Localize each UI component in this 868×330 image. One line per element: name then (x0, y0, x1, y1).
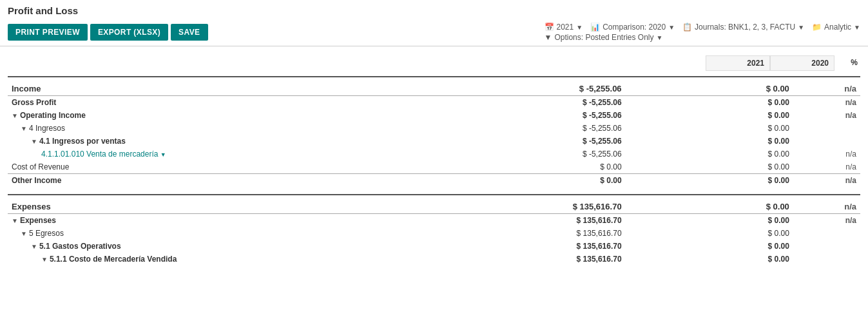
4-1-1-01-010-2021: $ -5,255.06 (458, 148, 625, 160)
save-button[interactable]: SAVE (171, 24, 207, 41)
gross-profit-pct: n/a (793, 96, 860, 110)
5-1-1-costo-row: ▼5.1.1 Costo de Mercadería Vendida $ 135… (8, 253, 860, 266)
options-filter-arrow: ▼ (656, 34, 662, 41)
col-header-pct: % (834, 55, 860, 71)
journals-filter-label: Journals: BNK1, 2, 3, FACTU (695, 23, 795, 32)
operating-income-2021: $ -5,255.06 (458, 109, 625, 122)
filter-bar: 📅 2021 ▼ 📊 Comparison: 2020 ▼ 📋 Journals… (545, 23, 860, 42)
operating-income-chevron[interactable]: ▼ (12, 112, 18, 119)
4-1-2021: $ -5,255.06 (458, 135, 625, 148)
income-label: Income (8, 77, 458, 96)
5-1-gastos-chevron[interactable]: ▼ (31, 243, 37, 250)
4-1-1-01-010-label[interactable]: 4.1.1.01.010 Venta de mercadería ▼ (8, 148, 458, 160)
journals-filter-arrow: ▼ (798, 24, 804, 31)
4-ingresos-pct (793, 122, 860, 135)
5-1-1-costo-chevron[interactable]: ▼ (41, 256, 48, 263)
analytic-filter-arrow: ▼ (854, 24, 860, 31)
cost-of-revenue-2021: $ 0.00 (458, 160, 625, 174)
options-filter-label: Options: Posted Entries Only (554, 33, 653, 42)
comparison-filter-arrow: ▼ (668, 24, 675, 31)
5-egresos-2021: $ 135,616.70 (458, 227, 625, 240)
journals-filter[interactable]: 📋 Journals: BNK1, 2, 3, FACTU ▼ (682, 23, 804, 32)
expenses-row-pct: n/a (793, 214, 860, 228)
cost-of-revenue-label: Cost of Revenue (8, 160, 458, 174)
other-income-pct: n/a (793, 174, 860, 188)
comparison-filter-label: Comparison: 2020 (603, 23, 666, 32)
column-headers: 2021 2020 % (8, 53, 860, 73)
other-income-2021: $ 0.00 (458, 174, 625, 188)
operating-income-label: ▼Operating Income (8, 109, 458, 122)
gross-profit-label: Gross Profit (8, 96, 458, 110)
filter-icon: ▼ (545, 33, 552, 42)
5-1-gastos-pct (793, 240, 860, 253)
4-1-1-01-010-row: 4.1.1.01.010 Venta de mercadería ▼ $ -5,… (8, 148, 860, 160)
4-ingresos-row: ▼4 Ingresos $ -5,255.06 $ 0.00 (8, 122, 860, 135)
expenses-row-2020: $ 0.00 (626, 214, 793, 228)
year-filter[interactable]: 📅 2021 ▼ (545, 23, 583, 32)
income-2021: $ -5,255.06 (458, 77, 625, 96)
expenses-header-label: Expenses (8, 195, 458, 214)
income-pct: n/a (793, 77, 860, 96)
filter-row-2: ▼ Options: Posted Entries Only ▼ (545, 33, 663, 42)
4-1-1-01-010-2020: $ 0.00 (626, 148, 793, 160)
expenses-header-pct: n/a (793, 195, 860, 214)
cost-of-revenue-pct: n/a (793, 160, 860, 174)
analytic-icon: 📁 (812, 23, 822, 32)
gross-profit-2021: $ -5,255.06 (458, 96, 625, 110)
report-container: 2021 2020 % Income $ -5,255.06 $ 0.00 n/… (0, 46, 868, 266)
5-1-1-costo-2020: $ 0.00 (626, 253, 793, 266)
5-egresos-chevron[interactable]: ▼ (21, 230, 27, 237)
5-egresos-row: ▼5 Egresos $ 135,616.70 $ 0.00 (8, 227, 860, 240)
5-1-1-costo-label: ▼5.1.1 Costo de Mercadería Vendida (8, 253, 458, 266)
col-header-2020: 2020 (770, 55, 834, 71)
operating-income-pct: n/a (793, 109, 860, 122)
5-1-gastos-label: ▼5.1 Gastos Operativos (8, 240, 458, 253)
4-ingresos-chevron[interactable]: ▼ (21, 125, 27, 132)
col-header-2021: 2021 (706, 55, 770, 71)
5-1-gastos-2020: $ 0.00 (626, 240, 793, 253)
5-egresos-2020: $ 0.00 (626, 227, 793, 240)
5-egresos-label: ▼5 Egresos (8, 227, 458, 240)
expenses-row-label: ▼Expenses (8, 214, 458, 228)
income-2020: $ 0.00 (626, 77, 793, 96)
expenses-chevron[interactable]: ▼ (12, 217, 18, 224)
4-ingresos-label: ▼4 Ingresos (8, 122, 458, 135)
operating-income-row: ▼Operating Income $ -5,255.06 $ 0.00 n/a (8, 109, 860, 122)
4-1-ingresos-ventas-row: ▼4.1 Ingresos por ventas $ -5,255.06 $ 0… (8, 135, 860, 148)
comparison-filter[interactable]: 📊 Comparison: 2020 ▼ (590, 23, 675, 32)
4-1-1-01-010-pct: n/a (793, 148, 860, 160)
5-1-gastos-2021: $ 135,616.70 (458, 240, 625, 253)
income-section-header: Income $ -5,255.06 $ 0.00 n/a (8, 77, 860, 96)
5-1-1-costo-2021: $ 135,616.70 (458, 253, 625, 266)
journal-icon: 📋 (682, 23, 692, 32)
print-preview-button[interactable]: PRINT PREVIEW (8, 24, 88, 41)
analytic-filter[interactable]: 📁 Analytic ▼ (812, 23, 860, 32)
cost-of-revenue-2020: $ 0.00 (626, 160, 793, 174)
gross-profit-2020: $ 0.00 (626, 96, 793, 110)
4-1-ingresos-ventas-label: ▼4.1 Ingresos por ventas (8, 135, 458, 148)
5-1-gastos-row: ▼5.1 Gastos Operativos $ 135,616.70 $ 0.… (8, 240, 860, 253)
operating-income-2020: $ 0.00 (626, 109, 793, 122)
calendar-icon: 📅 (545, 23, 554, 32)
4-1-pct (793, 135, 860, 148)
page-title: Profit and Loss (0, 0, 868, 19)
venta-dropdown-arrow[interactable]: ▼ (160, 151, 166, 158)
toolbar: PRINT PREVIEW EXPORT (XLSX) SAVE 📅 2021 … (0, 19, 868, 46)
options-filter[interactable]: ▼ Options: Posted Entries Only ▼ (545, 33, 663, 42)
other-income-label: Other Income (8, 174, 458, 188)
year-filter-label: 2021 (557, 23, 574, 32)
other-income-row: Other Income $ 0.00 $ 0.00 n/a (8, 174, 860, 188)
year-filter-arrow: ▼ (576, 24, 583, 31)
cost-of-revenue-row: Cost of Revenue $ 0.00 $ 0.00 n/a (8, 160, 860, 174)
4-ingresos-2020: $ 0.00 (626, 122, 793, 135)
expenses-section-header: Expenses $ 135,616.70 $ 0.00 n/a (8, 195, 860, 214)
other-income-2020: $ 0.00 (626, 174, 793, 188)
export-xlsx-button[interactable]: EXPORT (XLSX) (90, 24, 168, 41)
5-1-1-costo-pct (793, 253, 860, 266)
5-egresos-pct (793, 227, 860, 240)
expenses-header-2020: $ 0.00 (626, 195, 793, 214)
expenses-row-2021: $ 135,616.70 (458, 214, 625, 228)
4-1-chevron[interactable]: ▼ (31, 138, 37, 145)
gross-profit-row: Gross Profit $ -5,255.06 $ 0.00 n/a (8, 96, 860, 110)
expenses-header-2021: $ 135,616.70 (458, 195, 625, 214)
